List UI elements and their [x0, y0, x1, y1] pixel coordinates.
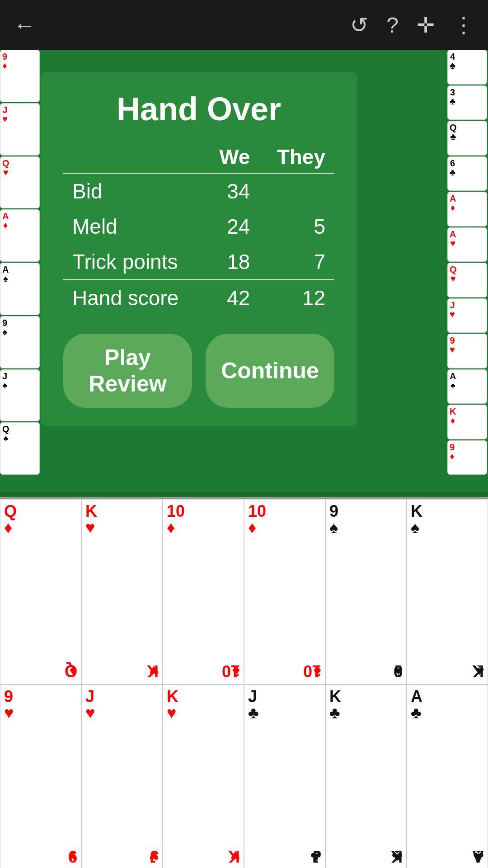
hand-over-title: Hand Over	[63, 90, 334, 127]
col-we: We	[204, 141, 259, 173]
row-they: 12	[259, 280, 334, 316]
top-bar: ← ↺ ? ✛ ⋮	[0, 0, 488, 50]
bottom-card: K ♣ K ♣	[325, 684, 407, 868]
right-card: 4♣	[447, 50, 487, 85]
bottom-card: 10 ♦ 10 ♦	[163, 499, 244, 684]
bottom-card: 9 ♠ 9 ♠	[325, 499, 407, 684]
left-cards: 9♦J♥Q♥A♦A♠9♠J♠Q♠	[0, 50, 41, 475]
table-row: Bid 34	[63, 173, 334, 209]
row-label: Meld	[63, 209, 204, 244]
row-we: 24	[204, 209, 259, 244]
right-card: A♥	[447, 227, 487, 262]
bottom-card: A ♣ A ♣	[407, 684, 488, 868]
hand-over-table: We They Bid 34 Meld 24 5 Trick points 18…	[63, 141, 334, 316]
right-card: Q♥	[447, 263, 487, 297]
right-card: Q♣	[447, 121, 487, 156]
action-buttons: Play Review Continue	[63, 334, 334, 408]
undo-icon[interactable]: ↺	[350, 12, 368, 38]
col-label	[63, 141, 204, 173]
play-review-button[interactable]: Play Review	[63, 334, 192, 408]
bottom-card: Q ♦ Q ♦	[0, 499, 81, 684]
right-card: K♦	[447, 405, 487, 439]
bottom-card: 9 ♥ 9 ♥	[0, 684, 81, 868]
row-we: 42	[204, 280, 259, 316]
left-card: J♥	[0, 103, 40, 156]
bottom-card: K ♠ K ♠	[407, 499, 488, 684]
left-card: A♦	[0, 209, 40, 262]
row-label: Bid	[63, 173, 204, 209]
right-card: A♦	[447, 192, 487, 226]
table-row: Hand score 42 12	[63, 280, 334, 316]
back-icon[interactable]: ←	[14, 13, 35, 38]
row-they: 5	[259, 209, 334, 244]
more-icon[interactable]: ⋮	[453, 12, 474, 38]
help-icon[interactable]: ?	[386, 13, 399, 38]
left-card: A♠	[0, 263, 40, 315]
right-card: A♠	[447, 369, 487, 404]
row-we: 18	[204, 244, 259, 280]
play-area: 9♦J♥Q♥A♦A♠9♠J♠Q♠ 4♣3♣Q♣6♣A♦A♥Q♥J♥9♥A♠K♦9…	[0, 50, 488, 493]
row-they	[259, 173, 334, 209]
row-they: 7	[259, 244, 334, 280]
left-card: 9♦	[0, 50, 40, 102]
right-cards: 4♣3♣Q♣6♣A♦A♥Q♥J♥9♥A♠K♦9♦	[447, 50, 488, 475]
right-card: 3♣	[447, 85, 487, 120]
hand-over-dialog: Hand Over We They Bid 34 Meld 24 5 Trick…	[41, 72, 357, 426]
row-we: 34	[204, 173, 259, 209]
table-row: Trick points 18 7	[63, 244, 334, 280]
bottom-card: K ♥ K ♥	[163, 684, 244, 868]
bottom-card: J ♣ J ♣	[244, 684, 325, 868]
row-label: Hand score	[63, 280, 204, 316]
bottom-card: K ♥ K ♥	[81, 499, 163, 684]
continue-button[interactable]: Continue	[206, 334, 334, 408]
bottom-card: J ♥ J ♥	[81, 684, 163, 868]
bottom-card: 10 ♦ 10 ♦	[244, 499, 325, 684]
right-card: 9♦	[447, 440, 487, 475]
add-icon[interactable]: ✛	[417, 12, 435, 38]
bottom-cards-grid: Q ♦ Q ♦ K ♥ K ♥ 10 ♦ 10 ♦ 10 ♦ 10 ♦ 9 ♠ …	[0, 499, 488, 868]
row-label: Trick points	[63, 244, 204, 280]
left-card: 9♠	[0, 316, 40, 368]
right-card: 6♣	[447, 156, 487, 191]
right-card: 9♥	[447, 334, 487, 368]
col-they: They	[259, 141, 334, 173]
bottom-cards-area: Q ♦ Q ♦ K ♥ K ♥ 10 ♦ 10 ♦ 10 ♦ 10 ♦ 9 ♠ …	[0, 497, 488, 868]
left-card: J♠	[0, 369, 40, 422]
left-card: Q♠	[0, 422, 40, 475]
table-row: Meld 24 5	[63, 209, 334, 244]
right-card: J♥	[447, 298, 487, 333]
left-card: Q♥	[0, 156, 40, 209]
